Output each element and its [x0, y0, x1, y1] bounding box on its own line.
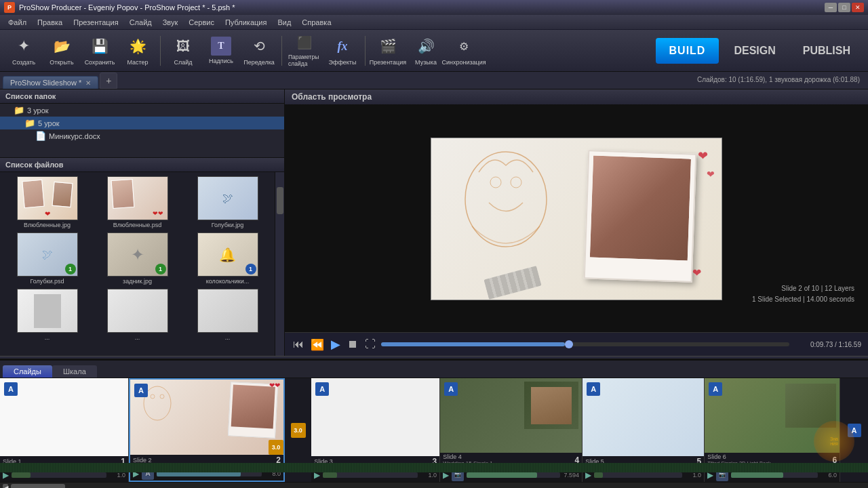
timeline-scrollbar[interactable]: ◀	[0, 482, 868, 488]
file-item-zadnik[interactable]: ✦ 1 задник.jpg	[93, 231, 182, 286]
window-controls: ─ □ ✕	[825, 3, 864, 12]
menu-slide[interactable]: Слайд	[124, 17, 157, 28]
tab-close-icon[interactable]: ✕	[85, 79, 91, 87]
app-icon: P	[4, 2, 15, 13]
preview-area: ❤ ❤ ❤ Slide 2 of 10 | 12 Layers 1 Slide …	[285, 105, 868, 332]
effects-button[interactable]: fx Эффекты	[324, 33, 361, 69]
menu-view[interactable]: Вид	[272, 17, 296, 28]
slide-thumb-4: A	[440, 378, 582, 453]
file-item-vlublennye-psd[interactable]: ❤❤ Влюбленные.psd	[93, 175, 182, 230]
music-button[interactable]: 🔊 Музыка	[408, 33, 444, 69]
file-name-1: Влюбленные.jpg	[24, 222, 71, 228]
folder-item-minikurs[interactable]: 📄 Миникурс.docx	[0, 129, 284, 142]
skip-back-button[interactable]: ⏮	[292, 337, 305, 352]
menu-presentation[interactable]: Презентация	[68, 17, 123, 28]
timeline-area[interactable]: A Slide 1 1 ▶ 1.0	[0, 378, 868, 482]
slide4-duration: 7.594	[563, 472, 579, 479]
file-name-8: ...	[135, 334, 140, 341]
slide6-duration: 6.0	[821, 472, 837, 479]
presentation-button[interactable]: 🎬 Презентация	[370, 33, 406, 69]
slide5-a-icon: A	[587, 382, 600, 396]
folder-item-3urok[interactable]: 📁 3 урок	[0, 104, 284, 117]
open-button[interactable]: 📂 Открыть	[43, 33, 80, 69]
slide-params-button[interactable]: ⬛ Параметры слайда	[286, 33, 323, 69]
file-item-golubki-jpg[interactable]: 🕊 Голубки.jpg	[183, 175, 272, 230]
audio-track	[0, 463, 868, 472]
slide3-duration: 1.0	[420, 472, 437, 479]
master-button[interactable]: 🌟 Мастер	[119, 33, 156, 69]
menu-service[interactable]: Сервис	[183, 17, 220, 28]
file-item-8[interactable]: ...	[93, 287, 182, 342]
timeline-scrollbar-thumb[interactable]	[11, 484, 65, 489]
slide-info-line1: Slide 2 of 10 | 12 Layers	[752, 283, 854, 294]
file-thumb-9	[197, 289, 258, 333]
sketch-svg	[438, 145, 587, 267]
file-thumb-6: 🔔 1	[197, 232, 258, 277]
minimize-button[interactable]: ─	[825, 3, 837, 12]
stop-button[interactable]: ⏹	[346, 337, 359, 352]
create-button[interactable]: ✦ Создать	[5, 33, 42, 69]
file-item-golubki-psd[interactable]: 🕊 1 Голубки.psd	[3, 231, 92, 286]
menu-help[interactable]: Справка	[296, 17, 336, 28]
folder-icon-minikurs: 📄	[35, 131, 46, 141]
build-button[interactable]: BUILD	[656, 38, 719, 64]
file-item-vlublennye-jpg[interactable]: ❤ Влюбленные.jpg	[3, 175, 92, 230]
svg-point-1	[490, 177, 501, 188]
caption-button[interactable]: T Надпись	[203, 33, 239, 69]
titlebar: P ProShow Producer - Evgeniy Popov - Pro…	[0, 0, 868, 15]
add-tab-button[interactable]: +	[100, 73, 117, 89]
caption-label: Надпись	[209, 58, 233, 64]
folder-name-5urok: 5 урок	[38, 119, 60, 127]
slide2-a-icon: A	[134, 384, 148, 397]
watermark-text: Знания	[830, 436, 838, 446]
menubar: Файл Правка Презентация Слайд Звук Серви…	[0, 15, 868, 30]
step-back-button[interactable]: ⏪	[309, 337, 326, 352]
close-button[interactable]: ✕	[852, 3, 864, 12]
menu-publish[interactable]: Публикация	[220, 17, 272, 28]
preview-header: Область просмотра	[285, 89, 868, 105]
save-button[interactable]: 💾 Сохранить	[81, 33, 118, 69]
file-item-7[interactable]: ...	[3, 287, 92, 342]
preview-panel: Область просмотра	[285, 89, 868, 356]
preview-controls: ⏮ ⏪ ▶ ⏹ ⛶ 0:09.73 / 1:16.59	[285, 332, 868, 356]
file-item-9[interactable]: ...	[183, 287, 272, 342]
menu-edit[interactable]: Правка	[32, 17, 68, 28]
create-icon: ✦	[13, 35, 35, 57]
publish-button[interactable]: PUBLISH	[791, 38, 863, 64]
open-label: Открыть	[50, 59, 73, 66]
slide5-time-bar	[594, 472, 682, 478]
slide-button[interactable]: 🖼 Слайд	[165, 33, 201, 69]
remake-label: Переделка	[243, 59, 275, 66]
preview-progress-bar[interactable]	[381, 342, 789, 346]
svg-point-5	[160, 394, 164, 399]
effects-icon: fx	[332, 35, 353, 57]
project-tab[interactable]: ProShow Slideshow * ✕	[3, 76, 98, 89]
save-icon: 💾	[89, 35, 111, 57]
folder-item-5urok[interactable]: 📁 5 урок	[0, 117, 284, 129]
fullscreen-button[interactable]: ⛶	[363, 337, 377, 352]
audio-wave	[0, 463, 868, 472]
file-item-kolokol[interactable]: 🔔 1 колокольчики...	[183, 231, 272, 286]
scrollbar-left-arrow[interactable]: ◀	[3, 484, 8, 489]
design-button[interactable]: DESIGN	[722, 38, 787, 64]
tab-scale[interactable]: Шкала	[52, 365, 97, 378]
file-scrollbar[interactable]	[275, 172, 284, 356]
tab-slides[interactable]: Слайды	[3, 365, 52, 378]
tab-info: Слайдов: 10 (1:16.59), 1 звуковая дорожк…	[697, 71, 865, 89]
mode-buttons: BUILD DESIGN PUBLISH	[656, 38, 863, 64]
folder-section-header: Список папок	[0, 89, 284, 104]
save-label: Сохранить	[85, 59, 115, 66]
slide1-time-bar	[12, 472, 106, 478]
menu-sound[interactable]: Звук	[157, 17, 184, 28]
svg-point-4	[151, 394, 155, 399]
sync-button[interactable]: ⚙ Синхронизация	[446, 33, 482, 69]
slide4-time-bar	[467, 472, 560, 478]
file-grid-area: ❤ Влюбленные.jpg ❤❤ Влюбленные.psd	[0, 172, 284, 356]
menu-file[interactable]: Файл	[3, 17, 32, 28]
play-button[interactable]: ▶	[330, 336, 342, 353]
slide3-time-fill	[323, 472, 337, 478]
maximize-button[interactable]: □	[838, 3, 850, 12]
remake-button[interactable]: ⟲ Переделка	[241, 33, 277, 69]
slide5-time-fill	[594, 472, 603, 478]
transition-badge-2-3: 3.0	[291, 423, 306, 438]
